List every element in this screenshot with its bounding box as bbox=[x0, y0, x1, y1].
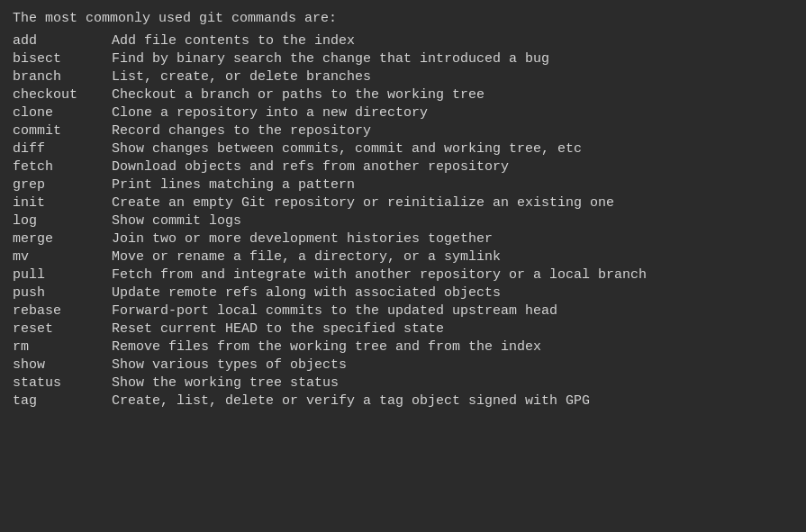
command-description: Clone a repository into a new directory bbox=[112, 104, 793, 122]
table-row: resetReset current HEAD to the specified… bbox=[13, 320, 793, 338]
command-description: Show changes between commits, commit and… bbox=[112, 140, 793, 158]
table-row: mvMove or rename a file, a directory, or… bbox=[13, 248, 793, 266]
table-row: tagCreate, list, delete or verify a tag … bbox=[13, 392, 793, 410]
command-name: mv bbox=[13, 248, 112, 266]
command-name: diff bbox=[13, 140, 112, 158]
command-description: List, create, or delete branches bbox=[112, 68, 793, 86]
command-description: Show the working tree status bbox=[112, 374, 793, 392]
command-name: show bbox=[13, 356, 112, 374]
header-line: The most commonly used git commands are: bbox=[13, 11, 793, 26]
command-name: commit bbox=[13, 122, 112, 140]
command-name: reset bbox=[13, 320, 112, 338]
table-row: rebaseForward-port local commits to the … bbox=[13, 302, 793, 320]
table-row: addAdd file contents to the index bbox=[13, 32, 793, 50]
command-description: Record changes to the repository bbox=[112, 122, 793, 140]
command-name: status bbox=[13, 374, 112, 392]
command-description: Create, list, delete or verify a tag obj… bbox=[112, 392, 793, 410]
table-row: commitRecord changes to the repository bbox=[13, 122, 793, 140]
command-name: rebase bbox=[13, 302, 112, 320]
command-name: push bbox=[13, 284, 112, 302]
commands-table: addAdd file contents to the indexbisectF… bbox=[13, 32, 793, 410]
command-name: tag bbox=[13, 392, 112, 410]
table-row: cloneClone a repository into a new direc… bbox=[13, 104, 793, 122]
table-row: showShow various types of objects bbox=[13, 356, 793, 374]
table-row: checkoutCheckout a branch or paths to th… bbox=[13, 86, 793, 104]
table-row: rmRemove files from the working tree and… bbox=[13, 338, 793, 356]
table-row: statusShow the working tree status bbox=[13, 374, 793, 392]
table-row: logShow commit logs bbox=[13, 212, 793, 230]
table-row: pullFetch from and integrate with anothe… bbox=[13, 266, 793, 284]
command-description: Remove files from the working tree and f… bbox=[112, 338, 793, 356]
command-name: branch bbox=[13, 68, 112, 86]
command-description: Checkout a branch or paths to the workin… bbox=[112, 86, 793, 104]
table-row: fetchDownload objects and refs from anot… bbox=[13, 158, 793, 176]
command-description: Print lines matching a pattern bbox=[112, 176, 793, 194]
table-row: branchList, create, or delete branches bbox=[13, 68, 793, 86]
command-description: Add file contents to the index bbox=[112, 32, 793, 50]
command-description: Update remote refs along with associated… bbox=[112, 284, 793, 302]
command-description: Download objects and refs from another r… bbox=[112, 158, 793, 176]
command-description: Fetch from and integrate with another re… bbox=[112, 266, 793, 284]
command-name: fetch bbox=[13, 158, 112, 176]
command-description: Forward-port local commits to the update… bbox=[112, 302, 793, 320]
command-name: pull bbox=[13, 266, 112, 284]
command-name: checkout bbox=[13, 86, 112, 104]
command-name: bisect bbox=[13, 50, 112, 68]
command-description: Move or rename a file, a directory, or a… bbox=[112, 248, 793, 266]
table-row: grepPrint lines matching a pattern bbox=[13, 176, 793, 194]
command-description: Join two or more development histories t… bbox=[112, 230, 793, 248]
command-name: log bbox=[13, 212, 112, 230]
table-row: mergeJoin two or more development histor… bbox=[13, 230, 793, 248]
command-name: init bbox=[13, 194, 112, 212]
table-row: diffShow changes between commits, commit… bbox=[13, 140, 793, 158]
table-row: pushUpdate remote refs along with associ… bbox=[13, 284, 793, 302]
command-name: add bbox=[13, 32, 112, 50]
command-description: Reset current HEAD to the specified stat… bbox=[112, 320, 793, 338]
command-name: rm bbox=[13, 338, 112, 356]
table-row: initCreate an empty Git repository or re… bbox=[13, 194, 793, 212]
command-name: grep bbox=[13, 176, 112, 194]
command-description: Create an empty Git repository or reinit… bbox=[112, 194, 793, 212]
command-description: Find by binary search the change that in… bbox=[112, 50, 793, 68]
command-description: Show commit logs bbox=[112, 212, 793, 230]
table-row: bisectFind by binary search the change t… bbox=[13, 50, 793, 68]
command-name: merge bbox=[13, 230, 112, 248]
command-name: clone bbox=[13, 104, 112, 122]
command-description: Show various types of objects bbox=[112, 356, 793, 374]
